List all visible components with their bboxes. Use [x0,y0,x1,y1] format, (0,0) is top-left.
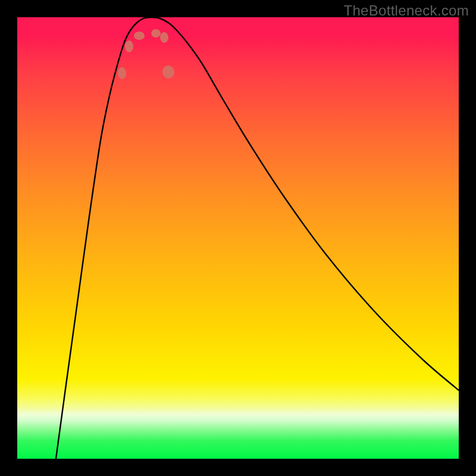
dot-bottom-2 [151,29,161,37]
dot-left-upper [118,67,126,79]
watermark-text: TheBottleneck.com [343,2,469,19]
curve-layer [17,17,459,459]
dot-bottom-1 [134,32,145,40]
chart-area [17,17,459,459]
bottleneck-curve [56,17,459,459]
dot-left-lower [125,40,133,52]
dot-right-lower [160,32,168,43]
dot-right-upper [161,64,176,80]
